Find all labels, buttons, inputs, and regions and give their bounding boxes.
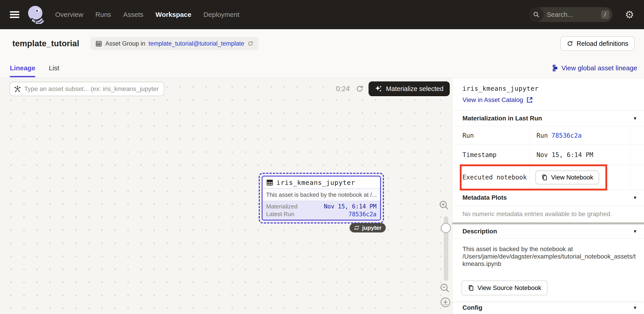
asset-subset-filter-input[interactable]: Type an asset subset... (ex: iris_kmeans… [10,82,164,96]
view-global-asset-lineage-link[interactable]: View global asset lineage [551,64,637,72]
external-link-icon [526,97,533,103]
view-notebook-button[interactable]: View Notebook [536,170,599,184]
page-title: template_tutorial [12,39,79,48]
panel-splitter-handle[interactable] [452,222,644,224]
dagster-logo-icon[interactable] [27,6,44,24]
panel-head: iris_kmeans_jupyter View in Asset Catalo… [452,78,644,111]
lineage-icon [551,65,558,72]
gear-icon[interactable]: ⚙ [625,10,634,20]
search-placeholder: Search... [547,11,601,19]
view-source-notebook-button[interactable]: View Source Notebook [461,280,548,295]
latest-run-link[interactable]: 78536c2a [348,211,376,218]
view-in-asset-catalog-link[interactable]: View in Asset Catalog [462,96,634,104]
asset-node-description: This asset is backed by the notebook at … [262,189,380,201]
asset-group-badge: Asset Group in template_tutorial@tutoria… [90,37,258,50]
refresh-icon [566,40,573,47]
refresh-icon[interactable] [247,41,254,47]
nav-item-workspace[interactable]: Workspace [156,11,192,19]
asset-node-stats: Materialized Nov 15, 6:14 PM Latest Run … [262,201,380,220]
tabs-row: Lineage List View global asset lineage [0,58,644,78]
panel-asset-title: iris_kmeans_jupyter [462,85,634,92]
jupyter-tag[interactable]: jupyter [350,223,386,232]
asset-group-label: Asset Group in [105,40,146,47]
timestamp-value: Nov 15, 6:14 PM [530,145,630,165]
description-text: This asset is backed by the notebook at … [452,238,640,267]
chevron-down-icon: ▼ [633,195,637,200]
search-input[interactable]: Search... / [529,7,612,22]
download-image-icon[interactable] [440,297,451,308]
latest-run-label: Latest Run [266,211,294,218]
nav-item-overview[interactable]: Overview [55,11,83,19]
section-materialization-last-run[interactable]: Materialization in Last Run ▼ [452,111,644,126]
table-row-executed-notebook: Executed notebook View Notebook [452,165,644,190]
jupyter-icon [354,225,360,231]
refresh-icon[interactable] [356,85,364,93]
reload-definitions-button[interactable]: Reload definitions [560,36,634,51]
section-description[interactable]: Description ▼ [452,224,644,238]
top-nav: Overview Runs Assets Workspace Deploymen… [0,0,644,29]
asset-sidebar-panel: iris_kmeans_jupyter View in Asset Catalo… [452,78,644,314]
section-metadata-plots[interactable]: Metadata Plots ▼ [452,190,644,205]
refresh-timer: 0:24 [336,82,350,96]
sparkles-icon [375,85,383,93]
table-row-timestamp: Timestamp Nov 15, 6:14 PM [452,145,644,165]
grid-icon [95,40,102,47]
asset-node-title: iris_kmeans_jupyter [276,179,355,186]
zoom-out-icon[interactable] [439,282,450,293]
notebook-icon [541,174,548,181]
materialized-value: Nov 15, 6:14 PM [324,203,376,210]
asset-group-link[interactable]: template_tutorial@tutorial_template [148,40,244,47]
metadata-plots-empty-text: No numeric metadata entries available to… [452,205,644,222]
chevron-down-icon: ▼ [633,229,637,234]
lineage-canvas[interactable]: Type an asset subset... (ex: iris_kmeans… [0,78,452,314]
table-row-run: Run Run 78536c2a [452,126,644,145]
tab-list[interactable]: List [49,58,59,78]
zoom-slider-handle[interactable] [441,223,451,233]
chevron-down-icon: ▼ [633,305,637,310]
tab-lineage[interactable]: Lineage [10,58,35,78]
hamburger-menu-icon[interactable] [10,11,19,18]
nav-item-deployment[interactable]: Deployment [204,11,240,19]
search-shortcut-badge: / [601,10,609,19]
nav-item-assets[interactable]: Assets [123,11,144,19]
search-icon [529,7,544,22]
materialized-label: Materialized [266,203,298,210]
run-value-prefix: Run [536,132,548,139]
run-id-link[interactable]: 78536c2a [552,132,582,139]
page-header: template_tutorial Asset Group in templat… [0,29,644,58]
chevron-down-icon: ▼ [633,116,637,121]
table-icon [266,179,273,186]
asset-node-body[interactable]: iris_kmeans_jupyter This asset is backed… [262,176,381,221]
asset-node-iris-kmeans-jupyter[interactable]: iris_kmeans_jupyter This asset is backed… [259,173,384,223]
op-selector-icon [14,85,21,93]
nav-item-runs[interactable]: Runs [95,11,111,19]
filter-placeholder: Type an asset subset... (ex: iris_kmeans… [24,85,159,93]
zoom-in-icon[interactable] [438,200,449,210]
materialize-selected-button[interactable]: Materialize selected [368,81,450,96]
nav-menu: Overview Runs Assets Workspace Deploymen… [55,11,240,19]
section-config[interactable]: Config ▼ [452,302,644,313]
notebook-icon [468,284,474,291]
